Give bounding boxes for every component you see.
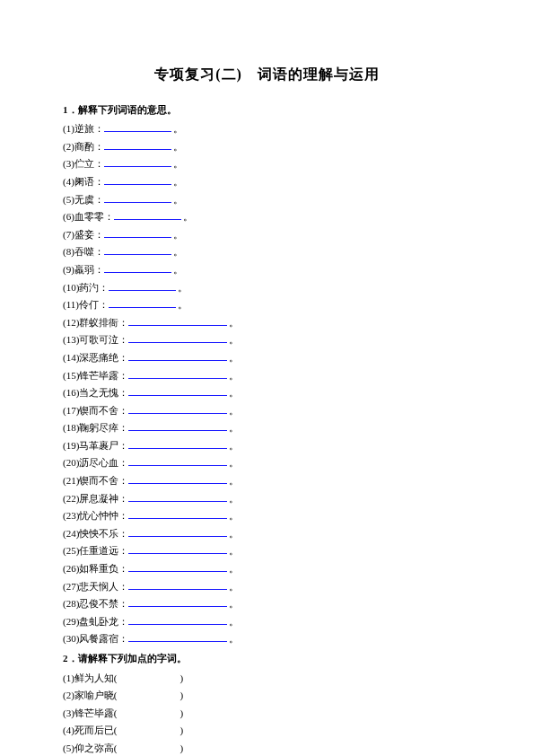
close-paren: ) (180, 706, 184, 722)
answer-blank[interactable] (104, 245, 171, 255)
char-row: (5)仰之弥高() (63, 741, 471, 756)
vocab-label: (7) (63, 227, 74, 243)
answer-blank[interactable] (128, 492, 227, 502)
answer-blank[interactable] (114, 210, 181, 220)
vocab-label: (19) (63, 438, 79, 454)
answer-blank[interactable] (104, 122, 171, 132)
close-paren: ) (180, 723, 184, 739)
answer-blank[interactable] (104, 157, 171, 167)
period: 。 (229, 420, 239, 436)
vocab-word: 鞠躬尽瘁： (79, 420, 128, 436)
vocab-row: (29)盘虬卧龙：。 (63, 614, 471, 630)
vocab-word: 锲而不舍： (79, 473, 128, 489)
period: 。 (173, 262, 183, 278)
answer-blank[interactable] (128, 456, 227, 466)
answer-blank[interactable] (128, 562, 227, 572)
vocab-word: 伫立： (74, 156, 104, 172)
vocab-label: (30) (63, 631, 79, 647)
answer-blank[interactable] (128, 386, 227, 396)
period: 。 (178, 280, 188, 296)
answer-blank[interactable] (128, 597, 227, 607)
vocab-row: (30)风餐露宿：。 (63, 631, 471, 647)
answer-blank[interactable] (104, 175, 171, 185)
answer-blank[interactable] (104, 193, 171, 203)
vocab-row: (6)血零零：。 (63, 209, 471, 225)
answer-blank[interactable] (128, 580, 227, 590)
vocab-label: (29) (63, 614, 79, 630)
period: 。 (229, 315, 239, 331)
period: 。 (229, 455, 239, 471)
vocab-row: (21)锲而不舍：。 (63, 473, 471, 489)
vocab-row: (20)沥尽心血：。 (63, 455, 471, 471)
vocab-row: (5)无虞：。 (63, 192, 471, 208)
answer-blank[interactable] (128, 439, 227, 449)
vocab-word: 悲天悯人： (79, 579, 128, 595)
answer-blank[interactable] (128, 404, 227, 414)
vocab-label: (22) (63, 491, 79, 507)
vocab-row: (22)屏息凝神：。 (63, 491, 471, 507)
char-label: (1) (63, 671, 74, 687)
answer-blank[interactable] (128, 333, 227, 343)
vocab-word: 锋芒毕露： (79, 368, 128, 384)
answer-blank[interactable] (128, 632, 227, 642)
section2-list: (1)鲜为人知()(2)家喻户晓()(3)锋芒毕露()(4)死而后已()(5)仰… (63, 671, 471, 756)
vocab-label: (4) (63, 174, 74, 190)
answer-blank[interactable] (128, 509, 227, 519)
answer-blank[interactable] (128, 369, 227, 379)
period: 。 (173, 244, 183, 260)
vocab-row: (14)深恶痛绝：。 (63, 350, 471, 366)
answer-blank[interactable] (109, 298, 176, 308)
period: 。 (229, 526, 239, 542)
vocab-label: (24) (63, 526, 79, 542)
char-label: (5) (63, 741, 74, 756)
period: 。 (229, 596, 239, 612)
section2-header: 2．请解释下列加点的字词。 (63, 651, 471, 667)
vocab-row: (1)逆旅：。 (63, 121, 471, 137)
answer-blank[interactable] (128, 316, 227, 326)
vocab-row: (23)忧心忡忡：。 (63, 508, 471, 524)
answer-blank[interactable] (128, 544, 227, 554)
period: 。 (229, 543, 239, 559)
vocab-label: (16) (63, 385, 79, 401)
answer-blank[interactable] (128, 351, 227, 361)
vocab-word: 深恶痛绝： (79, 350, 128, 366)
period: 。 (229, 332, 239, 348)
answer-blank[interactable] (104, 140, 171, 150)
vocab-label: (27) (63, 579, 79, 595)
vocab-row: (19)马革裹尸：。 (63, 438, 471, 454)
vocab-label: (21) (63, 473, 79, 489)
char-row: (3)锋芒毕露() (63, 706, 471, 722)
vocab-label: (13) (63, 332, 79, 348)
period: 。 (229, 350, 239, 366)
period: 。 (229, 368, 239, 384)
answer-blank[interactable] (128, 527, 227, 537)
answer-blank[interactable] (104, 228, 171, 238)
vocab-row: (17)锲而不舍：。 (63, 403, 471, 419)
vocab-word: 怏怏不乐： (79, 526, 128, 542)
vocab-word: 任重道远： (79, 543, 128, 559)
answer-blank[interactable] (109, 281, 176, 291)
answer-blank[interactable] (104, 263, 171, 273)
vocab-row: (15)锋芒毕露：。 (63, 368, 471, 384)
vocab-word: 阑语： (74, 174, 104, 190)
vocab-row: (25)任重道远：。 (63, 543, 471, 559)
period: 。 (229, 385, 239, 401)
vocab-row: (4)阑语：。 (63, 174, 471, 190)
answer-blank[interactable] (128, 421, 227, 431)
vocab-word: 忧心忡忡： (79, 508, 128, 524)
answer-blank[interactable] (128, 615, 227, 625)
vocab-word: 盛妾： (74, 227, 104, 243)
vocab-label: (14) (63, 350, 79, 366)
period: 。 (229, 438, 239, 454)
vocab-row: (28)忍俊不禁：。 (63, 596, 471, 612)
vocab-word: 药汋： (79, 280, 109, 296)
period: 。 (173, 227, 183, 243)
answer-blank[interactable] (128, 474, 227, 484)
page-title: 专项复习(二) 词语的理解与运用 (63, 63, 471, 86)
period: 。 (229, 561, 239, 577)
vocab-row: (8)吞噬：。 (63, 244, 471, 260)
period: 。 (173, 121, 183, 137)
vocab-word: 当之无愧： (79, 385, 128, 401)
period: 。 (229, 579, 239, 595)
vocab-word: 沥尽心血： (79, 455, 128, 471)
